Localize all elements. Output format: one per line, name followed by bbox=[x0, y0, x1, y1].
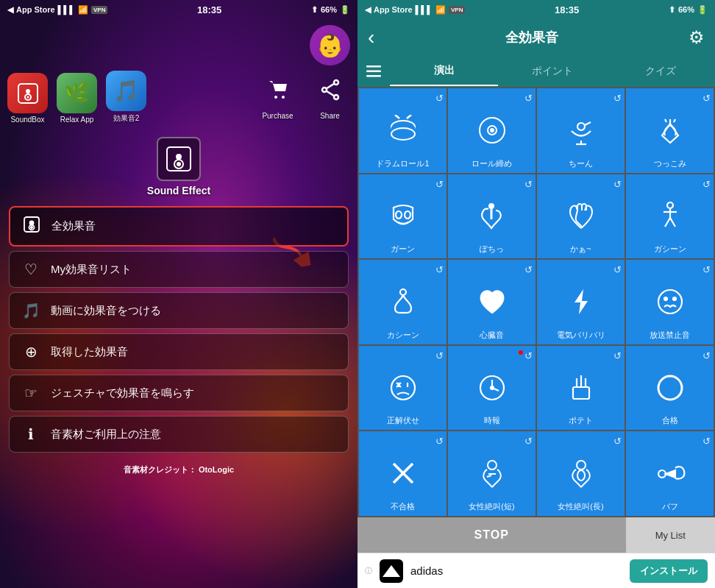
svg-point-19 bbox=[31, 227, 32, 228]
acquired-label: 取得した効果音 bbox=[51, 345, 128, 359]
cell-seikaifu-label: 正解伏せ bbox=[387, 415, 419, 426]
svg-point-41 bbox=[658, 290, 682, 314]
svg-point-12 bbox=[177, 155, 181, 159]
cell-kashin[interactable]: ↺ カシーン bbox=[359, 260, 447, 344]
tab-enshutsu[interactable]: 演出 bbox=[390, 57, 498, 86]
cell-rollshime[interactable]: ↺ ロール締め bbox=[448, 88, 536, 173]
battery-left: 66% bbox=[321, 5, 337, 14]
cell-denbari-label: 電気バリバリ bbox=[557, 330, 605, 341]
notice-icon: ℹ bbox=[21, 425, 40, 443]
kouka2-icon: 🎵 bbox=[106, 71, 146, 111]
sound-grid: ↺ ドラムロール1 ↺ ロール締め bbox=[358, 87, 715, 517]
repeat-icon: ↺ bbox=[702, 264, 711, 275]
credit-bold: OtoLogic bbox=[199, 465, 234, 474]
credit-text: 音素材クレジット： bbox=[124, 465, 196, 474]
cell-jiho[interactable]: ↺ 時報 bbox=[448, 346, 536, 431]
disc-icon bbox=[451, 104, 533, 157]
cell-seikaifu[interactable]: ↺ 正解伏せ bbox=[359, 346, 447, 431]
signal-bars-left: ▌▌▌ bbox=[58, 5, 75, 14]
menu-gesture[interactable]: ☞ ジェスチャで効果音を鳴らす bbox=[9, 375, 349, 411]
trumpet-icon bbox=[629, 447, 711, 500]
cell-denbari[interactable]: ↺ 電気バリバリ bbox=[537, 260, 625, 344]
cell-drumroll[interactable]: ↺ ドラムロール1 bbox=[359, 88, 447, 173]
cell-fugoukaku[interactable]: ↺ 不合格 bbox=[359, 431, 447, 516]
status-bar-left: ◀ App Store ▌▌▌ 📶 VPN 18:35 ⬆ 66% 🔋 bbox=[0, 0, 358, 19]
svg-point-42 bbox=[664, 297, 667, 300]
repeat-icon: ↺ bbox=[435, 93, 444, 104]
menu-hamburger-button[interactable] bbox=[358, 65, 390, 77]
tab-points[interactable]: ポイント bbox=[498, 57, 606, 85]
all-effects-label: 全効果音 bbox=[51, 219, 96, 233]
cell-bafu[interactable]: ↺ バフ bbox=[626, 431, 714, 516]
cell-kashin-label: カシーン bbox=[387, 330, 419, 341]
status-right-right: ⬆ 66% 🔋 bbox=[669, 5, 708, 15]
cell-goukaku[interactable]: ↺ 合格 bbox=[626, 346, 714, 431]
gear-icon[interactable]: ⚙ bbox=[689, 27, 705, 48]
menu-all-effects[interactable]: 全効果音 bbox=[9, 206, 349, 247]
ad-brand-name: adidas bbox=[410, 564, 622, 577]
cell-pocchi[interactable]: ↺ ぽちっ bbox=[448, 174, 536, 259]
clock-icon bbox=[451, 361, 533, 414]
svg-point-52 bbox=[491, 386, 494, 389]
purchase-label: Purchase bbox=[262, 112, 293, 120]
cell-chin[interactable]: ↺ ちーん bbox=[537, 88, 625, 173]
svg-point-61 bbox=[577, 461, 586, 470]
cell-josei-s[interactable]: ↺ 女性絶叫(短) bbox=[448, 431, 536, 516]
cell-potato[interactable]: ↺ ポテト bbox=[537, 346, 625, 431]
share-label: Share bbox=[320, 112, 340, 120]
mylist-button[interactable]: My List bbox=[626, 517, 716, 553]
svg-point-44 bbox=[391, 376, 415, 400]
heart2-icon bbox=[451, 275, 533, 328]
repeat-icon: ↺ bbox=[435, 436, 444, 447]
cell-shinzou[interactable]: ↺ 心臓音 bbox=[448, 260, 536, 344]
cell-gashin[interactable]: ↺ ガシーン bbox=[626, 174, 714, 259]
cell-gashin-label: ガシーン bbox=[654, 244, 686, 255]
adidas-logo bbox=[380, 559, 403, 583]
svg-line-9 bbox=[326, 83, 334, 88]
soundbox-app[interactable]: SoundBox bbox=[7, 73, 48, 124]
battery-icon-right: 🔋 bbox=[697, 5, 708, 15]
purchase-cart-icon bbox=[257, 69, 298, 110]
time-right: 18:35 bbox=[555, 4, 579, 15]
tab-quiz[interactable]: クイズ bbox=[607, 57, 715, 85]
cell-housou[interactable]: ↺ 放送禁止音 bbox=[626, 260, 714, 344]
relax-app[interactable]: 🌿 Relax App bbox=[57, 73, 97, 124]
back-button[interactable]: ‹ bbox=[368, 26, 374, 49]
menu-notice[interactable]: ℹ 音素材ご利用上の注意 bbox=[9, 416, 349, 453]
cell-josei-l[interactable]: ↺ 女性絶叫(長) bbox=[537, 431, 625, 516]
repeat-icon: ↺ bbox=[702, 350, 711, 361]
figure-icon bbox=[629, 190, 711, 243]
svg-rect-22 bbox=[366, 75, 381, 77]
svg-point-40 bbox=[400, 289, 406, 295]
face-icon[interactable]: 👶 bbox=[310, 25, 350, 65]
kouka2-app[interactable]: 🎵 効果音2 bbox=[106, 71, 146, 124]
purchase-item[interactable]: Purchase bbox=[257, 69, 298, 120]
app-icons-row: SoundBox 🌿 Relax App 🎵 効果音2 👶 bbox=[0, 19, 358, 130]
status-left-right: ◀ App Store ▌▌▌ 📶 VPN bbox=[365, 5, 465, 15]
menu-video[interactable]: 🎵 動画に効果音をつける bbox=[9, 292, 349, 329]
sound-effect-label: Sound Effect bbox=[147, 185, 210, 196]
cell-kaa[interactable]: ↺ かぁ~ bbox=[537, 174, 625, 259]
menu-my-list[interactable]: ♡ My効果音リスト bbox=[9, 251, 349, 288]
stop-button[interactable]: STOP bbox=[358, 517, 626, 553]
right-header: ‹ 全効果音 ⚙ bbox=[358, 19, 715, 56]
svg-point-43 bbox=[673, 297, 676, 300]
cell-rollshime-label: ロール締め bbox=[472, 158, 512, 169]
cell-potato-label: ポテト bbox=[569, 415, 593, 426]
repeat-icon: ↺ bbox=[613, 350, 622, 361]
share-item[interactable]: Share bbox=[310, 69, 350, 120]
install-button[interactable]: インストール bbox=[630, 559, 708, 583]
cell-gaan[interactable]: ↺ ガーン bbox=[359, 174, 447, 259]
cell-bafu-label: バフ bbox=[662, 501, 678, 512]
circle-icon bbox=[629, 361, 711, 414]
cell-housou-label: 放送禁止音 bbox=[650, 330, 690, 341]
cell-tsukkomi[interactable]: ↺ つっこみ bbox=[626, 88, 714, 173]
my-list-label: My効果音リスト bbox=[51, 263, 132, 277]
svg-rect-20 bbox=[366, 65, 381, 68]
repeat-icon: ↺ bbox=[702, 436, 711, 447]
vpn-badge-left: VPN bbox=[91, 6, 107, 14]
mask-icon bbox=[362, 190, 444, 243]
menu-acquired[interactable]: ⊕ 取得した効果音 bbox=[9, 333, 349, 370]
back-arrow-status: ◀ bbox=[365, 5, 371, 15]
cell-fugoukaku-label: 不合格 bbox=[391, 501, 415, 512]
